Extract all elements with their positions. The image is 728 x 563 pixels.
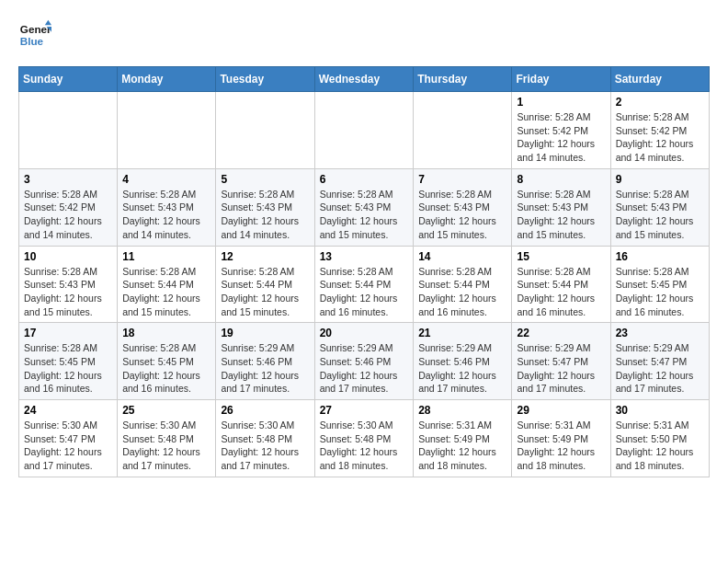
day-number: 11 (122, 250, 210, 263)
day-info: Sunrise: 5:29 AM Sunset: 5:47 PM Dayligh… (517, 341, 605, 396)
calendar-cell: 5Sunrise: 5:28 AM Sunset: 5:43 PM Daylig… (216, 168, 314, 246)
calendar-cell: 7Sunrise: 5:28 AM Sunset: 5:43 PM Daylig… (414, 168, 512, 246)
day-info: Sunrise: 5:28 AM Sunset: 5:44 PM Dayligh… (221, 265, 309, 319)
calendar-cell: 28Sunrise: 5:31 AM Sunset: 5:49 PM Dayli… (414, 400, 512, 477)
calendar-cell: 9Sunrise: 5:28 AM Sunset: 5:43 PM Daylig… (610, 168, 709, 246)
day-info: Sunrise: 5:28 AM Sunset: 5:42 PM Dayligh… (517, 110, 605, 165)
day-info: Sunrise: 5:28 AM Sunset: 5:43 PM Dayligh… (616, 188, 704, 242)
day-number: 13 (320, 250, 409, 263)
column-header-thursday: Thursday (414, 67, 512, 92)
calendar-week-2: 3Sunrise: 5:28 AM Sunset: 5:42 PM Daylig… (19, 168, 710, 246)
day-info: Sunrise: 5:29 AM Sunset: 5:46 PM Dayligh… (418, 341, 506, 396)
calendar-cell: 21Sunrise: 5:29 AM Sunset: 5:46 PM Dayli… (414, 323, 512, 400)
column-header-friday: Friday (512, 67, 610, 92)
day-number: 30 (616, 404, 704, 417)
calendar-cell: 18Sunrise: 5:28 AM Sunset: 5:45 PM Dayli… (118, 323, 216, 400)
calendar-cell: 16Sunrise: 5:28 AM Sunset: 5:45 PM Dayli… (610, 246, 709, 323)
day-number: 26 (221, 404, 309, 417)
day-number: 15 (517, 250, 605, 263)
day-number: 22 (517, 327, 605, 339)
calendar-header-row: SundayMondayTuesdayWednesdayThursdayFrid… (19, 67, 710, 92)
svg-text:Blue: Blue (20, 35, 44, 47)
day-number: 21 (418, 327, 506, 339)
calendar-cell: 17Sunrise: 5:28 AM Sunset: 5:45 PM Dayli… (19, 323, 118, 400)
day-info: Sunrise: 5:28 AM Sunset: 5:45 PM Dayligh… (24, 341, 112, 396)
calendar-week-5: 24Sunrise: 5:30 AM Sunset: 5:47 PM Dayli… (19, 400, 710, 477)
day-info: Sunrise: 5:28 AM Sunset: 5:44 PM Dayligh… (517, 265, 605, 319)
calendar-cell: 1Sunrise: 5:28 AM Sunset: 5:42 PM Daylig… (512, 92, 610, 169)
calendar-cell: 20Sunrise: 5:29 AM Sunset: 5:46 PM Dayli… (314, 323, 414, 400)
calendar-cell: 11Sunrise: 5:28 AM Sunset: 5:44 PM Dayli… (118, 246, 216, 323)
day-info: Sunrise: 5:28 AM Sunset: 5:45 PM Dayligh… (122, 341, 210, 396)
day-number: 24 (24, 404, 112, 417)
day-number: 23 (616, 327, 704, 339)
calendar-cell: 24Sunrise: 5:30 AM Sunset: 5:47 PM Dayli… (19, 400, 118, 477)
calendar-cell: 4Sunrise: 5:28 AM Sunset: 5:43 PM Daylig… (118, 168, 216, 246)
calendar-cell (314, 92, 414, 169)
calendar-cell: 25Sunrise: 5:30 AM Sunset: 5:48 PM Dayli… (118, 400, 216, 477)
day-number: 1 (517, 96, 605, 109)
column-header-monday: Monday (118, 67, 216, 92)
day-info: Sunrise: 5:30 AM Sunset: 5:47 PM Dayligh… (24, 419, 112, 473)
day-info: Sunrise: 5:31 AM Sunset: 5:50 PM Dayligh… (616, 419, 704, 473)
day-number: 9 (616, 173, 704, 186)
day-info: Sunrise: 5:28 AM Sunset: 5:43 PM Dayligh… (221, 188, 309, 242)
calendar-cell: 22Sunrise: 5:29 AM Sunset: 5:47 PM Dayli… (512, 323, 610, 400)
day-number: 5 (221, 173, 309, 186)
day-number: 27 (320, 404, 409, 417)
day-info: Sunrise: 5:28 AM Sunset: 5:45 PM Dayligh… (616, 265, 704, 319)
calendar-cell: 19Sunrise: 5:29 AM Sunset: 5:46 PM Dayli… (216, 323, 314, 400)
calendar-cell: 14Sunrise: 5:28 AM Sunset: 5:44 PM Dayli… (414, 246, 512, 323)
day-number: 19 (221, 327, 309, 339)
day-number: 14 (418, 250, 506, 263)
day-number: 17 (24, 327, 112, 339)
calendar-week-1: 1Sunrise: 5:28 AM Sunset: 5:42 PM Daylig… (19, 92, 710, 169)
day-info: Sunrise: 5:30 AM Sunset: 5:48 PM Dayligh… (320, 419, 409, 473)
column-header-wednesday: Wednesday (314, 67, 414, 92)
calendar-cell: 27Sunrise: 5:30 AM Sunset: 5:48 PM Dayli… (314, 400, 414, 477)
calendar-cell (216, 92, 314, 169)
day-number: 12 (221, 250, 309, 263)
day-info: Sunrise: 5:28 AM Sunset: 5:42 PM Dayligh… (24, 188, 112, 242)
day-info: Sunrise: 5:28 AM Sunset: 5:43 PM Dayligh… (24, 265, 112, 319)
day-number: 25 (122, 404, 210, 417)
calendar-cell: 3Sunrise: 5:28 AM Sunset: 5:42 PM Daylig… (19, 168, 118, 246)
calendar-cell (118, 92, 216, 169)
calendar-week-3: 10Sunrise: 5:28 AM Sunset: 5:43 PM Dayli… (19, 246, 710, 323)
day-info: Sunrise: 5:30 AM Sunset: 5:48 PM Dayligh… (221, 419, 309, 473)
calendar-cell: 12Sunrise: 5:28 AM Sunset: 5:44 PM Dayli… (216, 246, 314, 323)
calendar-cell: 10Sunrise: 5:28 AM Sunset: 5:43 PM Dayli… (19, 246, 118, 323)
calendar-cell: 2Sunrise: 5:28 AM Sunset: 5:42 PM Daylig… (610, 92, 709, 169)
column-header-tuesday: Tuesday (216, 67, 314, 92)
day-info: Sunrise: 5:28 AM Sunset: 5:42 PM Dayligh… (616, 110, 704, 165)
day-info: Sunrise: 5:31 AM Sunset: 5:49 PM Dayligh… (517, 419, 605, 473)
calendar-cell: 30Sunrise: 5:31 AM Sunset: 5:50 PM Dayli… (610, 400, 709, 477)
calendar-cell: 6Sunrise: 5:28 AM Sunset: 5:43 PM Daylig… (314, 168, 414, 246)
calendar-cell (19, 92, 118, 169)
day-number: 6 (320, 173, 409, 186)
day-number: 16 (616, 250, 704, 263)
day-number: 2 (616, 96, 704, 109)
calendar-cell: 15Sunrise: 5:28 AM Sunset: 5:44 PM Dayli… (512, 246, 610, 323)
day-info: Sunrise: 5:28 AM Sunset: 5:44 PM Dayligh… (320, 265, 409, 319)
day-info: Sunrise: 5:28 AM Sunset: 5:43 PM Dayligh… (517, 188, 605, 242)
day-info: Sunrise: 5:30 AM Sunset: 5:48 PM Dayligh… (122, 419, 210, 473)
day-number: 28 (418, 404, 506, 417)
logo: General Blue (18, 18, 51, 52)
day-number: 29 (517, 404, 605, 417)
logo-icon: General Blue (18, 18, 51, 52)
day-number: 10 (24, 250, 112, 263)
day-info: Sunrise: 5:28 AM Sunset: 5:43 PM Dayligh… (320, 188, 409, 242)
day-info: Sunrise: 5:31 AM Sunset: 5:49 PM Dayligh… (418, 419, 506, 473)
day-number: 3 (24, 173, 112, 186)
day-number: 7 (418, 173, 506, 186)
calendar-cell: 8Sunrise: 5:28 AM Sunset: 5:43 PM Daylig… (512, 168, 610, 246)
calendar-week-4: 17Sunrise: 5:28 AM Sunset: 5:45 PM Dayli… (19, 323, 710, 400)
day-number: 4 (122, 173, 210, 186)
calendar-cell (414, 92, 512, 169)
calendar-table: SundayMondayTuesdayWednesdayThursdayFrid… (18, 66, 710, 477)
page-header: General Blue (18, 18, 710, 52)
day-info: Sunrise: 5:29 AM Sunset: 5:47 PM Dayligh… (616, 341, 704, 396)
day-info: Sunrise: 5:28 AM Sunset: 5:44 PM Dayligh… (122, 265, 210, 319)
column-header-sunday: Sunday (19, 67, 118, 92)
